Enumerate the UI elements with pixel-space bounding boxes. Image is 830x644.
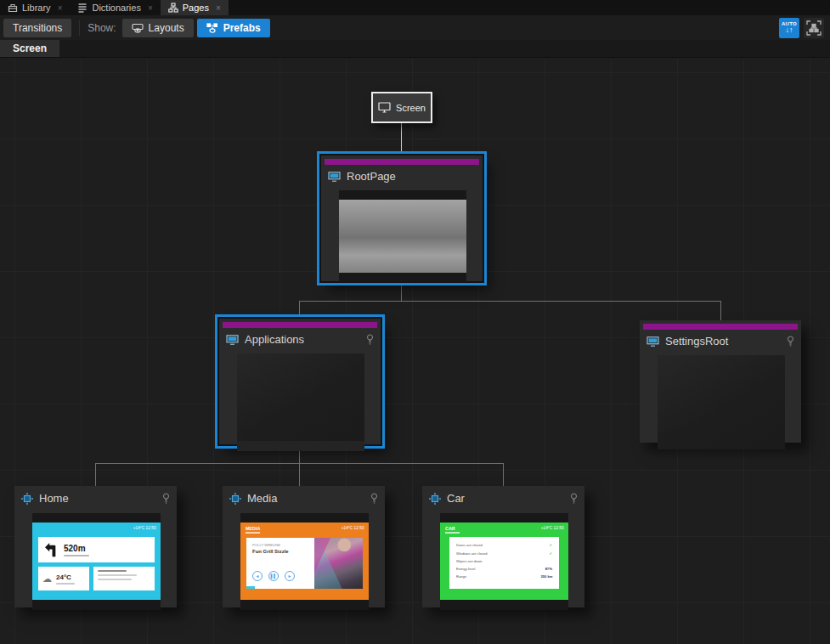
info-card xyxy=(93,567,155,590)
text-placeholder xyxy=(98,570,127,572)
node-title: SettingsRoot xyxy=(665,335,781,347)
node-title: Media xyxy=(247,492,364,505)
car-status-row: Range 350 km xyxy=(456,574,552,579)
close-icon[interactable]: × xyxy=(216,3,221,13)
node-thumbnail xyxy=(339,190,466,282)
page-node-icon xyxy=(646,336,659,347)
node-thumbnail xyxy=(658,355,785,449)
text-placeholder xyxy=(56,583,75,585)
prefabs-label: Prefabs xyxy=(223,22,261,34)
applications-preview xyxy=(237,353,364,441)
node-car[interactable]: Car CAR +14°C 12:50 Doors are closed ✓ xyxy=(422,486,584,607)
page-state-strip xyxy=(643,324,798,330)
page-node-icon xyxy=(328,172,341,182)
text-placeholder xyxy=(445,532,460,534)
pages-icon xyxy=(168,3,178,13)
settingsroot-preview xyxy=(658,355,785,449)
rootpage-preview xyxy=(339,200,466,273)
car-preview: CAR +14°C 12:50 Doors are closed ✓ Windo… xyxy=(440,523,568,600)
node-settingsroot[interactable]: SettingsRoot xyxy=(640,320,801,443)
text-placeholder xyxy=(98,579,132,580)
auto-sync-arrows-icon: ↓↑ xyxy=(786,26,793,34)
temperature-value: 24°C xyxy=(56,573,75,581)
letterbox-band xyxy=(32,513,161,523)
home-preview: +14°C 12:50 520m ☁ 24°C xyxy=(32,523,161,600)
tab-pages-label: Pages xyxy=(183,3,209,13)
connector-to-car xyxy=(503,463,504,488)
lightbulb-icon[interactable] xyxy=(366,334,374,345)
node-title: Car xyxy=(447,492,564,505)
auto-arrange-button[interactable]: AUTO ↓↑ xyxy=(779,18,799,38)
letterbox-band xyxy=(237,441,364,451)
layouts-eye-icon xyxy=(132,23,144,33)
node-applications[interactable]: Applications xyxy=(219,319,381,444)
letterbox-band xyxy=(32,600,161,610)
connector-to-home xyxy=(95,463,96,488)
app-title: MEDIA xyxy=(246,526,260,534)
pages-graph-canvas[interactable]: Screen RootPage xyxy=(0,59,830,644)
pause-icon: ▌▌ xyxy=(268,571,279,581)
tab-pages[interactable]: Pages × xyxy=(161,0,229,15)
page-state-strip xyxy=(325,159,479,165)
fit-to-view-button[interactable] xyxy=(804,18,824,38)
connector-to-applications xyxy=(299,301,300,320)
car-status-card: Doors are closed ✓ Windows are closed ✓ … xyxy=(449,537,559,589)
connector-rootpage-down xyxy=(401,285,402,301)
prefab-node-icon xyxy=(429,493,441,505)
letterbox-band xyxy=(339,273,466,282)
close-icon[interactable]: × xyxy=(58,3,63,13)
car-status-row: Wipers are down xyxy=(456,559,552,564)
lightbulb-icon[interactable] xyxy=(787,336,794,347)
progress-indicator xyxy=(246,586,255,589)
tab-library[interactable]: Library × xyxy=(0,0,70,15)
tab-library-label: Library xyxy=(22,3,51,13)
node-home[interactable]: Home +14°C 12:50 520m xyxy=(14,486,177,607)
media-preview: MEDIA +14°C 12:50 POLLY WREUNE Fun Grill… xyxy=(240,523,369,600)
connector-to-media xyxy=(299,463,300,488)
weather-card: ☁ 24°C xyxy=(38,567,89,590)
tab-dictionaries[interactable]: Dictionaries × xyxy=(70,0,160,15)
node-title: Home xyxy=(39,492,156,505)
distance-value: 520m xyxy=(64,544,89,553)
car-status-row: Doors are closed ✓ xyxy=(456,542,552,548)
prefabs-toggle-button[interactable]: Prefabs xyxy=(197,19,270,37)
dictionaries-icon xyxy=(77,3,88,13)
app-title: CAR xyxy=(445,526,460,534)
track-artist: POLLY WREUNE xyxy=(252,543,296,546)
text-placeholder xyxy=(98,574,137,576)
node-media[interactable]: Media MEDIA +14°C 12:50 POLLY WREUNE Fun… xyxy=(223,486,385,607)
tab-dictionaries-label: Dictionaries xyxy=(92,3,140,13)
status-text: +14°C 12:50 xyxy=(541,526,564,530)
connector-rail-1 xyxy=(299,301,721,302)
letterbox-band xyxy=(339,190,466,200)
prefabs-icon xyxy=(206,23,218,33)
navigation-card: 520m xyxy=(38,537,155,562)
text-placeholder xyxy=(64,555,89,556)
node-title: RootPage xyxy=(347,170,476,183)
layouts-toggle-button[interactable]: Layouts xyxy=(122,19,194,37)
letterbox-band xyxy=(440,513,568,523)
letterbox-band xyxy=(240,513,369,523)
show-label: Show: xyxy=(88,22,116,34)
lightbulb-icon[interactable] xyxy=(162,493,170,504)
letterbox-band xyxy=(440,600,568,610)
status-text: +14°C 12:50 xyxy=(133,526,156,530)
node-screen[interactable]: Screen xyxy=(371,92,432,123)
transitions-button[interactable]: Transitions xyxy=(3,19,71,37)
cloud-icon: ☁ xyxy=(42,574,52,584)
fit-to-view-icon xyxy=(806,20,822,36)
text-placeholder xyxy=(246,532,260,534)
lightbulb-icon[interactable] xyxy=(370,493,378,504)
prefab-node-icon xyxy=(229,493,241,505)
breadcrumb-screen-tab[interactable]: Screen xyxy=(0,40,59,57)
now-playing-card: POLLY WREUNE Fun Grill Sizzle ◄ ▌▌ ► xyxy=(246,538,363,589)
node-thumbnail: CAR +14°C 12:50 Doors are closed ✓ Windo… xyxy=(440,513,568,610)
library-icon xyxy=(8,3,18,13)
close-icon[interactable]: × xyxy=(148,3,153,13)
lightbulb-icon[interactable] xyxy=(570,493,578,504)
monitor-icon xyxy=(378,102,391,113)
toolbar-divider xyxy=(79,20,80,36)
connector-screen-rootpage xyxy=(401,123,402,155)
node-thumbnail: MEDIA +14°C 12:50 POLLY WREUNE Fun Grill… xyxy=(240,513,369,610)
node-rootpage[interactable]: RootPage xyxy=(321,155,483,281)
